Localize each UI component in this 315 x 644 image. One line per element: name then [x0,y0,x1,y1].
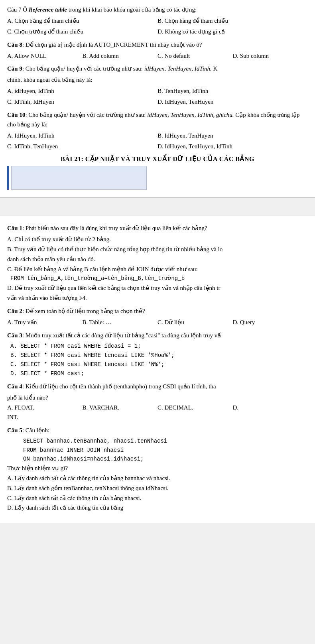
q1-answer-b1: B. Truy vấn dữ liệu có thể thực hiện chứ… [7,244,308,254]
q5-label: Câu 5 [7,427,22,433]
q8-text2: : Để chọn giá trị mặc định là AUTO_INCRE… [22,41,202,48]
question-4: Câu 4: Kiểu dữ liệu cho cột tên thành ph… [7,382,308,422]
q3-label: Câu 3 [7,332,22,339]
q8-answer-c: C. No default [158,51,233,61]
q4-answer-c: C. DECIMAL. [158,403,233,413]
q2-answer-d: D. Query [233,317,308,327]
q9-answer-d: D. IdHuyen, TenHuyen [158,97,308,107]
question-1: Câu 1: Phát biểu nào sau đây là đúng khi… [7,223,308,303]
q3-answer-c: C. SELECT * FROM casi WHERE tencasi LIKE… [10,360,308,369]
q1-answer-a: A. Chỉ có thể truy xuất dữ liệu từ 2 bản… [7,234,308,244]
q10-label: Câu 10 [7,112,25,118]
q5-text2: : Câu lệnh: [22,427,49,433]
q2-text2: : Để xem toàn bộ dữ liệu trong bảng ta c… [22,308,145,314]
q1-text2: : Phát biểu nào sau đây là đúng khi truy… [22,225,207,231]
q1-answer-c: C. Để liên kết bảng A và bảng B câu lệnh… [7,264,308,274]
q7-answer-b: B. Chọn hàng để tham chiếu [158,16,308,26]
question-9: Câu 9: Cho bảng quận/ huyện với các trườ… [7,64,308,107]
q1-code1: FROM tên_bảng_A,tên_trường_a=tên_bảng_B,… [10,274,308,283]
q5-answer-d: D. Lấy danh sách tất cả các thông tin củ… [7,503,308,513]
q10-text2: : Cho bảng quận/ huyện với các trường nh… [25,112,147,118]
q4-answer-d: D. [233,403,308,413]
q4-answer-b: B. VARCHAR. [83,403,158,413]
q7-answer-a: A. Chọn bảng để tham chiếu [7,16,158,26]
bottom-section: Câu 1: Phát biểu nào sau đây là đúng khi… [0,216,315,523]
q5-code1: SELECT bannhac.tenBannhac, nhacsi.tenNha… [23,437,308,445]
image-area [7,166,308,190]
q9-answer-a: A. idHuyen, IdTinh [7,86,158,96]
q7-italic: Reference table [29,6,67,13]
q10-italic1: idHuyen, TenHuyen, IdTinh, [147,112,215,118]
q8-answer-b: B. Add column [83,51,158,61]
q9-answer-c: C. IdTinh, IdHuyen [7,97,158,107]
question-7: Câu 7 Ô Reference table trong khi khai b… [7,5,308,37]
q10-answer-a: A. IdHuyen, IdTinh [7,131,158,141]
question-3: Câu 3: Muốn truy xuất tất cả các dòng dữ… [7,331,308,378]
q4-text3: phố là kiểu nào? [7,393,308,403]
section-spacer [0,198,315,209]
q10-answer-c: C. IdTinh, TenHuyen [7,142,158,152]
q9-answers: A. idHuyen, IdTinh B. TenHuyen, IdTinh C… [7,86,308,107]
q5-code3: ON bannhac.idNhacsi=nhacsi.idNhacsi; [23,455,308,463]
q7-answers: A. Chọn bảng để tham chiếu B. Chọn hàng … [7,16,308,37]
q1-answer-d1: D. Để truy xuất dữ liệu qua liên kết các… [7,283,308,293]
q5-code2: FROM bannhac INNER JOIN nhacsi [23,446,308,455]
q1-label: Câu 1 [7,225,22,231]
q4-answers: A. FLOAT. B. VARCHAR. C. DECIMAL. D. [7,403,308,413]
q8-answers: A. Allow NULL B. Add column C. No defaul… [7,51,308,61]
q4-int: INT. [7,412,308,422]
q2-label: Câu 2 [7,308,22,314]
q5-answer-a: A. Lấy danh sách tất cả các thông tin củ… [7,473,308,483]
q8-label: Câu 8 [7,41,22,48]
q8-answer-a: A. Allow NULL [7,51,83,61]
q5-answer-b: B. Lấy danh sách gồm tenBannhac, tenNhac… [7,483,308,493]
q1-answer-d2: vấn và nhấn vào biểu tượng F4. [7,293,308,303]
q8-answer-d: D. Sub column [233,51,308,61]
q7-label: Câu 7 Ô [7,6,29,13]
q10-answers: A. IdHuyen, IdTinh B. IdHuyen, TenHuyen … [7,131,308,152]
q4-label: Câu 4 [7,383,22,390]
q4-answer-a: A. FLOAT. [7,403,83,413]
q2-answer-b: B. Table: … [83,317,158,327]
q10-answer-b: B. IdHuyen, TenHuyen [158,131,308,141]
q10-answer-d: D. IdHuyen, TenHuyen, IdTinh [158,142,308,152]
q9-text2: : Cho bảng quận/ huyện với các trường nh… [22,65,144,72]
q4-text2: : Kiểu dữ liệu cho cột tên thành phố (te… [22,383,216,390]
q3-answer-b: B. SELECT * FROM casi WHERE tencasi LIKE… [10,351,308,360]
q2-answer-a: A. Truy vấn [7,317,83,327]
q3-answer-a: A. SELECT * FROM casi WHERE idcasi = 1; [10,342,308,351]
q7-answer-d: D. Không có tác dụng gì cả [158,27,308,37]
q7-answer-c: C. Chọn trường để tham chiếu [7,27,158,37]
top-section: Câu 7 Ô Reference table trong khi khai b… [0,0,315,198]
image-placeholder [11,166,147,190]
q1-answer-b2: danh sách thỏa mãn yêu cầu nào đó. [7,254,308,264]
question-5: Câu 5: Câu lệnh: SELECT bannhac.tenBannh… [7,425,308,513]
section-title: BÀI 21: CẬP NHẬT VÀ TRUY XUẤT DỮ LIỆU CỦ… [7,155,308,163]
q2-answers: A. Truy vấn B. Table: … C. Dữ liệu D. Qu… [7,317,308,327]
q9-italic: idHuyen, TenHuyen, IdTinh. [144,65,212,72]
q9-answer-b: B. TenHuyen, IdTinh [158,86,308,96]
blue-bar-decoration [7,166,9,190]
q2-answer-c: C. Dữ liệu [158,317,233,327]
q9-text3: K [212,65,218,72]
q9-label: Câu 9 [7,65,22,72]
question-8: Câu 8: Để chọn giá trị mặc định là AUTO_… [7,40,308,61]
question-10: Câu 10: Cho bảng quận/ huyện với các trư… [7,110,308,152]
q3-answer-d: D. SELECT * FROM casi; [10,369,308,378]
q5-answer-c: C. Lấy danh sách tất cả các thông tin củ… [7,493,308,503]
q3-text2: : Muốn truy xuất tất cả các dòng dữ liệu… [22,332,221,339]
q10-italic2: ghichu. [216,112,234,118]
q7-text2: trong khi khai báo khóa ngoài của bảng c… [67,6,197,13]
q5-task: Thực hiện nhiệm vụ gì? [7,463,308,473]
question-2: Câu 2: Để xem toàn bộ dữ liệu trong bảng… [7,306,308,327]
